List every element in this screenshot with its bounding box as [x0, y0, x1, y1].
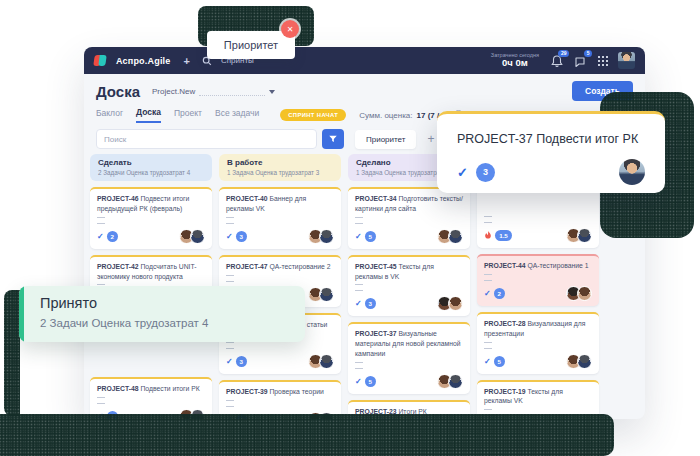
tooltip-label: Приоритет: [224, 39, 278, 51]
accepted-title: Принято: [40, 295, 305, 311]
tab-project[interactable]: Проект: [174, 108, 202, 122]
task-card[interactable]: PROJECT-44 QA-тестирование 1✓2: [477, 254, 599, 306]
assignee-avatars: [437, 374, 463, 389]
app-window: Аспро.Agile + Спринты Затрачено сегодня …: [84, 47, 645, 419]
accepted-column-card[interactable]: Принято 2 Задачи Оценка трудозатрат 4: [19, 286, 305, 342]
time-tracker: Затрачено сегодня 0ч 0м: [491, 52, 539, 68]
assignee-avatars: [179, 229, 205, 244]
add-icon[interactable]: +: [184, 55, 190, 67]
tab-board[interactable]: Доска: [136, 107, 161, 123]
accepted-meta: 2 Задачи Оценка трудозатрат 4: [40, 317, 305, 329]
search-input[interactable]: [96, 129, 317, 149]
task-title: PROJECT-48 Подвести итоги РК: [97, 384, 205, 394]
assignee-avatars: [308, 354, 334, 369]
description-icon: [97, 217, 105, 224]
description-icon: [97, 397, 105, 404]
task-card[interactable]: 1.5: [477, 186, 599, 248]
time-value: 0ч 0м: [491, 58, 539, 68]
man-avatar: [319, 354, 334, 369]
task-title: PROJECT-34 Подготовить тексты/картинки д…: [355, 194, 463, 214]
apps-grid-icon[interactable]: [597, 55, 608, 66]
done-check-icon: ✓: [355, 299, 362, 308]
task-title: PROJECT-19 Тексты для рекламы VK: [484, 387, 592, 407]
estimate-badge: 5: [494, 356, 505, 367]
assignee-avatars: [437, 296, 463, 311]
estimate-badge: 3: [236, 231, 247, 242]
user-avatar[interactable]: [618, 52, 635, 69]
deadline-flame-icon: [484, 231, 492, 240]
done-check-icon: ✓: [457, 165, 468, 180]
estimate-badge: 2: [494, 288, 505, 299]
green-accent-bar: [19, 286, 24, 342]
description-icon: [226, 275, 234, 282]
done-check-icon: ✓: [226, 232, 233, 241]
task-id: PROJECT-45: [355, 263, 397, 270]
task-footer: ✓5: [484, 354, 592, 369]
messages-count-badge: 5: [584, 50, 592, 57]
column-title: В работе: [227, 158, 333, 167]
task-title: PROJECT-46 Подвести итоги предыдущей РК …: [97, 194, 205, 214]
task-title: PROJECT-42 Подсчитать UNIT-экономику нов…: [97, 262, 205, 282]
tooltip-close-button[interactable]: ✕: [281, 20, 299, 38]
task-id: PROJECT-44: [484, 262, 526, 269]
covered-card-area: [484, 193, 592, 213]
assignee-avatars: [566, 354, 592, 369]
estimate-badge: 5: [365, 231, 376, 242]
task-card[interactable]: PROJECT-40 Баннер для рекламы VK✓3: [219, 187, 341, 249]
add-view-button[interactable]: +: [427, 132, 434, 146]
task-title: PROJECT-37 Визуальные материалы для ново…: [355, 329, 463, 359]
dotted-leader: [199, 88, 265, 96]
task-footer: ✓2: [97, 229, 205, 244]
man-avatar: [577, 354, 592, 369]
task-card[interactable]: PROJECT-46 Подвести итоги предыдущей РК …: [90, 187, 212, 249]
view-chip-priority[interactable]: Приоритет: [355, 130, 416, 149]
page-title: Доска: [96, 83, 140, 100]
assignee-avatars: [308, 229, 334, 244]
board-selector[interactable]: Project.New: [152, 87, 275, 96]
column-header: В работе1 Задача Оценка трудозатрат 3: [219, 154, 341, 181]
task-footer: ✓5: [355, 229, 463, 244]
task-card[interactable]: PROJECT-48 Подвести итоги РК✓2: [90, 377, 212, 419]
assignee-avatars: [566, 228, 592, 243]
task-footer: 1.5: [484, 228, 592, 243]
texture-shadow-accepted: [4, 290, 20, 416]
filter-button[interactable]: [322, 129, 344, 149]
done-check-icon: ✓: [97, 232, 104, 241]
man-avatar: [319, 287, 334, 302]
tab-all-tasks[interactable]: Все задачи: [215, 108, 259, 122]
woman-avatar: [448, 296, 463, 311]
task-title: PROJECT-28 Визуализация для презентации: [484, 319, 592, 339]
task-id: PROJECT-48: [97, 385, 139, 392]
task-title: PROJECT-39 Проверка теории: [226, 387, 334, 397]
estimate-badge: 3: [476, 163, 495, 182]
done-check-icon: ✓: [226, 357, 233, 366]
man-avatar: [448, 229, 463, 244]
done-check-icon: ✓: [355, 377, 362, 386]
column-meta: 1 Задача Оценка трудозатрат 3: [227, 169, 333, 176]
task-card[interactable]: PROJECT-28 Визуализация для презентации✓…: [477, 312, 599, 374]
man-avatar: [190, 229, 205, 244]
task-footer: ✓2: [484, 286, 592, 301]
assignee-avatars: [437, 229, 463, 244]
task-popup[interactable]: PROJECT-37 Подвести итог РК ✓ 3: [437, 111, 665, 193]
messages-chat-icon[interactable]: 5: [574, 54, 587, 67]
task-footer: ✓3: [226, 229, 334, 244]
tab-backlog[interactable]: Баклог: [96, 108, 123, 122]
done-check-icon: ✓: [355, 232, 362, 241]
stage: Аспро.Agile + Спринты Затрачено сегодня …: [0, 0, 700, 456]
task-card[interactable]: PROJECT-34 Подготовить тексты/картинки д…: [348, 187, 470, 249]
task-card[interactable]: PROJECT-45 Тексты для рекламы в VK✓3: [348, 255, 470, 317]
done-check-icon: ✓: [484, 357, 491, 366]
assignee-avatars: [566, 286, 592, 301]
description-icon: [355, 217, 363, 224]
description-icon: [484, 274, 492, 281]
task-id: PROJECT-39: [226, 388, 268, 395]
task-id: PROJECT-46: [97, 195, 139, 202]
task-id: PROJECT-47: [226, 263, 268, 270]
task-card[interactable]: PROJECT-37 Визуальные материалы для ново…: [348, 322, 470, 394]
task-id: PROJECT-37: [355, 330, 397, 337]
notifications-bell-icon[interactable]: 29: [551, 54, 564, 67]
task-footer: ✓3: [355, 296, 463, 311]
task-footer: ✓3: [226, 354, 334, 369]
estimate-badge: 3: [365, 298, 376, 309]
